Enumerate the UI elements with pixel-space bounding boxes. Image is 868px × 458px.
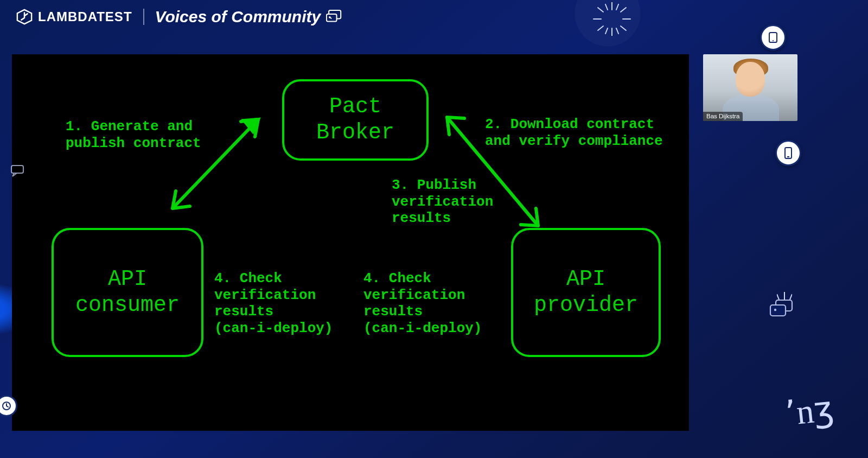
presentation-stage: LAMBDATEST Voices of Community [0,0,868,458]
node-api-consumer: API consumer [52,228,203,357]
node-pact-broker: Pact Broker [282,79,429,161]
slide-canvas: Pact Broker API consumer API provider 1.… [12,54,689,431]
device-phone-button[interactable] [775,140,801,166]
svg-point-20 [773,40,774,41]
arrow-broker-provider [431,104,556,240]
svg-line-15 [605,28,608,34]
speaker-name-label: Bas Dijkstra [703,112,743,121]
svg-line-14 [616,4,618,10]
series-title-text: Voices of Community [155,8,321,26]
device-tablet-button[interactable] [760,24,786,50]
phone-icon [783,147,793,159]
svg-line-9 [621,26,626,30]
svg-line-11 [621,8,626,12]
header: LAMBDATEST Voices of Community [16,8,344,26]
svg-rect-29 [770,305,786,316]
svg-rect-24 [11,166,23,173]
firework-doodle-icon [591,2,633,36]
chat-doodle-left-icon [11,165,26,177]
tablet-icon [768,32,778,43]
chat-bubble-icon [326,9,344,24]
header-divider [143,9,144,25]
svg-line-10 [598,26,603,30]
squiggle-doodle-icon: ʼnʒ [783,389,835,434]
svg-point-30 [774,309,776,311]
svg-line-27 [790,294,792,300]
series-title: Voices of Community [155,8,345,26]
svg-line-12 [605,4,608,10]
speaker-webcam[interactable]: Bas Dijkstra [703,54,797,121]
svg-line-8 [598,8,603,12]
label-step-4b: 4. Check verification results (can-i-dep… [363,270,482,337]
label-step-4a: 4. Check verification results (can-i-dep… [214,270,333,337]
arrow-consumer-broker [152,104,277,224]
svg-rect-2 [327,14,337,22]
brand-logo: LAMBDATEST [16,9,132,25]
brand-name: LAMBDATEST [38,9,132,24]
clock-icon [2,401,11,411]
svg-line-16 [173,119,258,208]
chat-doodle-right-icon [769,300,795,318]
svg-line-18 [447,117,538,226]
svg-line-25 [777,294,779,300]
avatar-head [736,62,765,97]
svg-line-13 [616,28,618,34]
lambdatest-logo-icon [16,9,33,25]
node-api-provider: API provider [511,228,661,357]
